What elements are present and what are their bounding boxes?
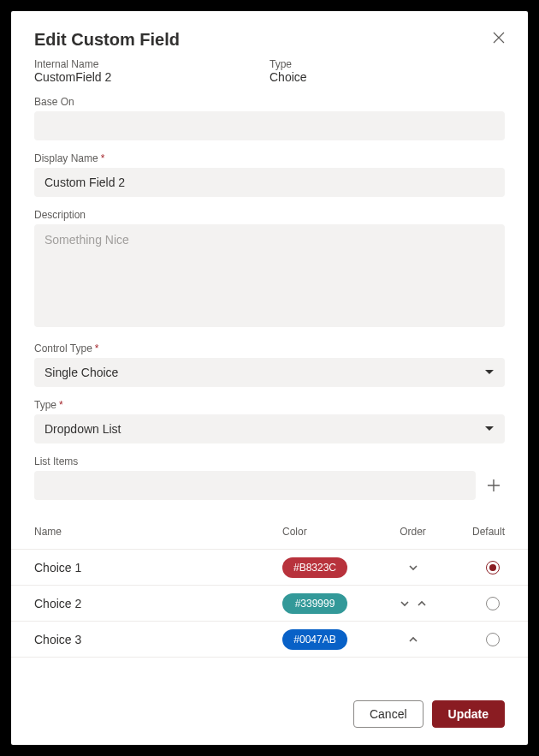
add-item-button[interactable] [483, 474, 505, 497]
displayname-field: Display Name* [34, 152, 505, 197]
listtype-field: Type* Dropdown List [34, 399, 505, 443]
row-default [449, 561, 505, 574]
listtype-select[interactable]: Dropdown List [34, 414, 505, 443]
listtype-value: Dropdown List [44, 422, 121, 436]
controltype-field: Control Type* Single Choice [34, 342, 505, 387]
edit-custom-field-dialog: Edit Custom Field Internal Name CustomFi… [11, 11, 528, 745]
table-row: Choice 3#0047AB [11, 622, 528, 658]
default-radio[interactable] [486, 633, 500, 646]
row-order [376, 598, 449, 610]
listtype-label: Type* [34, 399, 505, 411]
row-default [449, 633, 505, 646]
move-down-icon[interactable] [399, 598, 411, 610]
info-row: Internal Name CustomField 2 Type Choice [34, 58, 505, 84]
table-row: Choice 2#339999 [11, 586, 528, 622]
dialog-footer: Cancel Update [34, 700, 505, 728]
close-icon[interactable] [493, 30, 505, 47]
items-header: Name Color Order Default [11, 514, 528, 550]
row-name: Choice 2 [34, 597, 282, 610]
description-field: Description [34, 209, 505, 330]
col-order: Order [376, 526, 449, 538]
controltype-value: Single Choice [44, 366, 118, 379]
dialog-title: Edit Custom Field [34, 30, 180, 50]
color-pill[interactable]: #0047AB [282, 629, 347, 650]
type-value: Choice [270, 70, 505, 84]
row-name: Choice 3 [34, 633, 282, 646]
controltype-label: Control Type* [34, 342, 505, 354]
listitems-label: List Items [34, 455, 505, 467]
displayname-input[interactable] [34, 168, 505, 197]
dialog-header: Edit Custom Field [34, 30, 505, 58]
update-button[interactable]: Update [432, 700, 505, 728]
move-up-icon[interactable] [416, 598, 428, 610]
color-pill[interactable]: #B8323C [282, 557, 347, 578]
items-table: Name Color Order Default Choice 1#B8323C… [11, 514, 528, 658]
row-name: Choice 1 [34, 561, 282, 574]
cancel-button[interactable]: Cancel [353, 700, 424, 728]
move-up-icon[interactable] [407, 634, 419, 646]
row-default [449, 597, 505, 610]
move-down-icon[interactable] [407, 562, 419, 574]
internal-name-block: Internal Name CustomField 2 [34, 58, 270, 84]
internal-name-value: CustomField 2 [34, 70, 270, 84]
col-default: Default [449, 526, 505, 538]
row-color: #339999 [282, 593, 376, 614]
internal-name-label: Internal Name [34, 58, 270, 70]
displayname-label: Display Name* [34, 152, 505, 164]
row-color: #0047AB [282, 629, 376, 650]
baseon-label: Base On [34, 96, 505, 108]
type-label: Type [270, 58, 505, 70]
listitems-field: List Items [34, 455, 505, 500]
col-color: Color [282, 526, 376, 538]
description-input[interactable] [34, 224, 505, 327]
row-order [376, 634, 449, 646]
default-radio[interactable] [486, 561, 500, 574]
color-pill[interactable]: #339999 [282, 593, 347, 614]
row-order [376, 562, 449, 574]
col-name: Name [34, 526, 282, 538]
default-radio[interactable] [486, 597, 500, 610]
baseon-input[interactable] [34, 111, 505, 140]
baseon-field: Base On [34, 96, 505, 140]
type-block: Type Choice [270, 58, 505, 84]
table-row: Choice 1#B8323C [11, 550, 528, 586]
controltype-select[interactable]: Single Choice [34, 358, 505, 387]
description-label: Description [34, 209, 505, 221]
listitems-input[interactable] [34, 471, 476, 500]
row-color: #B8323C [282, 557, 376, 578]
chevron-down-icon [484, 367, 495, 378]
chevron-down-icon [484, 424, 495, 434]
